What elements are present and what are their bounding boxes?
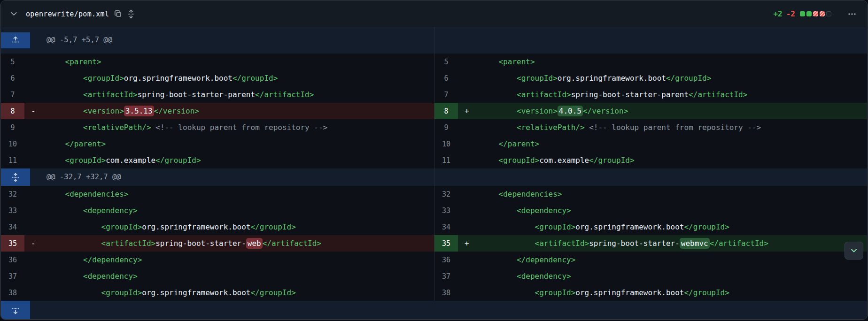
diffstat-square-add [806, 11, 812, 16]
diff-row: 5 <parent>5 <parent> [1, 54, 867, 70]
expand-hunk-button[interactable] [1, 301, 30, 319]
code-segment: spring-boot-starter-parent [571, 90, 689, 99]
code-segment: </parent> [480, 139, 539, 148]
hunk-header-row: @@ -5,7 +5,7 @@ [1, 27, 867, 54]
code-segment: <dependency> [480, 272, 571, 281]
line-number: 9 [434, 119, 458, 136]
code-segment: </dependency> [480, 255, 575, 264]
additions-count: +2 [773, 9, 782, 18]
line-number: 9 [1, 119, 24, 136]
expand-hunk-button[interactable] [1, 168, 30, 186]
code-line: </parent> [47, 136, 434, 152]
diffstat-square-add [800, 11, 805, 16]
code-segment: </parent> [47, 139, 106, 148]
diff-side-right: 33 <dependency> [434, 202, 867, 219]
diff-side-right: 7 <artifactId>spring-boot-starter-parent… [434, 86, 867, 103]
diff-side-left: 36 </dependency> [1, 252, 434, 268]
diff-marker [458, 186, 480, 202]
code-segment: <version> [47, 107, 124, 115]
code-segment [585, 123, 589, 132]
diff-marker [24, 86, 47, 103]
changed-word: web [246, 238, 263, 249]
code-segment: spring-boot-starter- [589, 239, 680, 248]
diff-marker: + [458, 103, 480, 119]
code-segment: org.springframework.boot [558, 74, 666, 83]
line-number: 36 [434, 252, 458, 268]
copy-path-button[interactable] [112, 8, 124, 20]
line-number: 6 [434, 70, 458, 86]
diff-marker [24, 119, 47, 136]
diff-side-left: 7 <artifactId>spring-boot-starter-parent… [1, 86, 434, 103]
line-number: 7 [434, 86, 458, 103]
code-segment: </groupId> [684, 222, 729, 231]
line-number: 37 [1, 268, 24, 284]
diff-side-right: 38 <groupId>org.springframework.boot</gr… [434, 284, 867, 301]
file-header: openrewrite/pom.xml +2 -2 [1, 1, 867, 27]
code-line: <parent> [47, 54, 434, 70]
diff-marker [24, 202, 47, 219]
diff-marker [24, 70, 47, 86]
code-line: <groupId>org.springframework.boot</group… [480, 70, 867, 86]
scroll-to-bottom-button[interactable] [845, 242, 863, 260]
diff-side-left: 37 <dependency> [1, 268, 434, 284]
hunk-header-left: @@ -5,7 +5,7 @@ [1, 27, 434, 54]
deletions-count: -2 [786, 9, 795, 18]
line-number: 8 [434, 103, 458, 119]
expand-both-icon [126, 9, 136, 19]
code-segment: <groupId> [480, 156, 539, 165]
diff-row: 11 <groupId>com.example</groupId>11 <gro… [1, 152, 867, 168]
code-segment: <groupId> [47, 74, 124, 83]
code-segment: <groupId> [47, 222, 142, 231]
code-segment: <groupId> [480, 74, 558, 83]
collapse-file-button[interactable] [8, 8, 20, 20]
code-segment: </groupId> [232, 74, 278, 83]
code-segment: </artifactId> [710, 239, 768, 248]
copy-icon [114, 9, 123, 18]
diff-side-right: 8+ <version>4.0.5</version> [434, 103, 867, 119]
diff-row: 8- <version>3.5.13</version>8+ <version>… [1, 103, 867, 119]
expand-hunk-button[interactable] [1, 32, 30, 48]
expand-all-hunks-button[interactable] [124, 8, 138, 21]
hunk-header-text: @@ -32,7 +32,7 @@ [30, 168, 121, 186]
diff-marker [458, 202, 480, 219]
diff-row: 37 <dependency>37 <dependency> [1, 268, 867, 284]
diff-marker [24, 219, 47, 235]
hunk-header-left: @@ -32,7 +32,7 @@ [1, 168, 434, 186]
diff-side-left: 34 <groupId>org.springframework.boot</gr… [1, 219, 434, 235]
code-line: </dependency> [47, 252, 434, 268]
diff-card: openrewrite/pom.xml +2 -2 @@ -5,7 +5,7 @… [0, 0, 868, 320]
diff-row: 36 </dependency>36 </dependency> [1, 252, 867, 268]
code-line: <groupId>org.springframework.boot</group… [47, 70, 434, 86]
line-number: 8 [1, 103, 24, 119]
code-segment: <parent> [47, 57, 101, 66]
code-segment: org.springframework.boot [142, 222, 250, 231]
diff-side-left: 5 <parent> [1, 54, 434, 70]
code-segment: org.springframework.boot [124, 74, 232, 83]
hunk-header-row: @@ -32,7 +32,7 @@ [1, 168, 867, 186]
code-segment: <parent> [480, 57, 535, 66]
code-segment [151, 123, 156, 132]
diff-side-left: 35- <artifactId>spring-boot-starter-web<… [1, 235, 434, 252]
line-number: 10 [1, 136, 24, 152]
code-segment: </groupId> [250, 222, 295, 231]
diff-marker [458, 219, 480, 235]
diff-side-right: 37 <dependency> [434, 268, 867, 284]
code-segment: <dependency> [47, 272, 138, 281]
code-line: <dependencies> [480, 186, 867, 202]
code-line: </parent> [480, 136, 867, 152]
changed-word: 4.0.5 [558, 106, 583, 116]
code-segment: spring-boot-starter-parent [138, 90, 255, 99]
hunk-header-text: @@ -5,7 +5,7 @@ [30, 27, 112, 54]
code-segment: </artifactId> [263, 239, 321, 248]
code-line: <version>3.5.13</version> [47, 103, 434, 119]
line-number: 33 [434, 202, 458, 219]
code-segment: <artifactId> [47, 239, 155, 248]
code-segment: </artifactId> [689, 90, 747, 99]
line-number: 37 [434, 268, 458, 284]
file-menu-button[interactable] [845, 8, 859, 21]
line-number: 7 [1, 86, 24, 103]
diff-side-left: 38 <groupId>org.springframework.boot</gr… [1, 284, 434, 301]
line-number: 35 [434, 235, 458, 252]
code-segment: <artifactId> [480, 90, 571, 99]
code-segment: <!-- lookup parent from repository --> [155, 123, 327, 132]
